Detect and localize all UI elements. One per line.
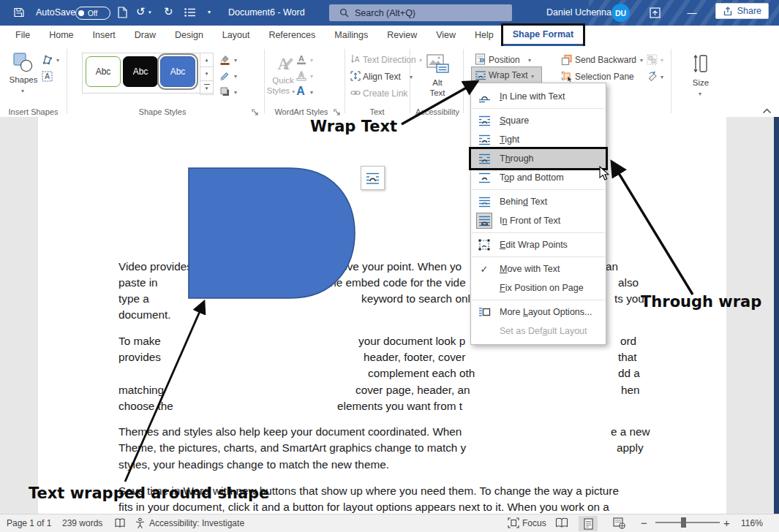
selection-pane-button[interactable]: Selection Pane bbox=[575, 72, 634, 82]
menu-item-in-front-of-text[interactable]: In Front of Text bbox=[471, 211, 606, 230]
zoom-level[interactable]: 116% bbox=[741, 518, 763, 528]
tab-home[interactable]: Home bbox=[39, 26, 83, 46]
zoom-slider-track[interactable] bbox=[655, 522, 720, 523]
menu-item-move-with-text[interactable]: ✓Move with Text bbox=[471, 259, 606, 278]
accessibility-status[interactable]: Accessibility: Investigate bbox=[149, 518, 244, 528]
focus-label[interactable]: Focus bbox=[522, 518, 546, 528]
menu-item-tight[interactable]: Tight bbox=[471, 130, 606, 149]
text-effects-dropdown-icon[interactable]: ▾ bbox=[310, 89, 313, 96]
tab-insert[interactable]: Insert bbox=[83, 26, 125, 46]
menu-item-through[interactable]: Through bbox=[471, 149, 606, 168]
menu-item-edit-wrap-points[interactable]: Edit Wrap Points bbox=[471, 235, 606, 254]
svg-text:A: A bbox=[298, 70, 304, 79]
collapse-ribbon-icon[interactable] bbox=[762, 108, 772, 114]
menu-item-more-layout-options[interactable]: More Layout Options... bbox=[471, 303, 606, 322]
zoom-out-icon[interactable]: − bbox=[641, 517, 647, 529]
undo-icon[interactable]: ↺ bbox=[136, 5, 146, 18]
search-input[interactable]: Search (Alt+Q) bbox=[329, 4, 512, 21]
menu-item-square[interactable]: Square bbox=[471, 111, 606, 130]
shape-styles-dialog-launcher-icon[interactable] bbox=[252, 109, 259, 116]
wordart-dialog-launcher-icon[interactable] bbox=[334, 109, 341, 116]
menu-item-top-and-bottom[interactable]: Top and Bottom bbox=[471, 168, 606, 187]
tab-references[interactable]: References bbox=[259, 26, 325, 46]
layout-options-button[interactable] bbox=[361, 166, 385, 190]
rotate-objects-icon[interactable] bbox=[647, 71, 658, 83]
gallery-more-icon[interactable]: ▾ bbox=[200, 81, 214, 95]
menu-item-label: Tight bbox=[500, 134, 519, 145]
bullet-list-icon[interactable] bbox=[184, 7, 196, 18]
zoom-slider-thumb[interactable] bbox=[681, 517, 686, 528]
read-mode-icon[interactable] bbox=[555, 517, 568, 528]
text-fill-icon[interactable]: A bbox=[296, 53, 307, 65]
shape-style-thumb-1[interactable]: Abc bbox=[86, 56, 121, 87]
document-area: Video provides a powerful way to help yo… bbox=[0, 117, 779, 514]
position-button[interactable]: Position bbox=[489, 55, 520, 65]
undo-dropdown-icon[interactable]: ▾ bbox=[148, 10, 151, 15]
blue-shape[interactable] bbox=[188, 167, 355, 299]
tab-help[interactable]: Help bbox=[465, 26, 503, 46]
align-text-dropdown-icon[interactable]: ▾ bbox=[410, 74, 413, 80]
text-fill-dropdown-icon[interactable]: ▾ bbox=[310, 57, 313, 64]
tab-review[interactable]: Review bbox=[377, 26, 426, 46]
qat-more-commands-icon[interactable]: ▾ bbox=[208, 9, 211, 15]
align-text-button[interactable]: Align Text bbox=[363, 72, 401, 82]
alt-text-button[interactable]: Alt Text bbox=[423, 52, 452, 106]
redo-icon[interactable]: ↻ bbox=[164, 5, 173, 18]
align-text-icon[interactable] bbox=[350, 71, 361, 81]
gallery-scroll-controls[interactable]: ▴ ▾ ▾ bbox=[200, 53, 214, 95]
shape-outline-icon[interactable] bbox=[219, 69, 231, 82]
shape-fill-icon[interactable] bbox=[219, 53, 231, 66]
zoom-in-icon[interactable]: + bbox=[723, 517, 730, 529]
size-button[interactable]: Size ▾ bbox=[686, 52, 715, 106]
text-box-icon[interactable]: A bbox=[41, 70, 53, 83]
autosave-toggle[interactable]: Off bbox=[75, 7, 110, 20]
position-icon[interactable] bbox=[475, 53, 486, 65]
menu-item-in-line-with-text[interactable]: In Line with Text bbox=[471, 87, 606, 106]
send-backward-button[interactable]: Send Backward bbox=[575, 55, 636, 65]
text-effects-icon[interactable]: A bbox=[294, 85, 307, 98]
save-icon[interactable] bbox=[13, 7, 25, 18]
edit-shape-dropdown-icon[interactable]: ▾ bbox=[56, 57, 59, 64]
proofing-icon[interactable] bbox=[114, 517, 126, 529]
quick-styles-button[interactable]: A Quick Styles ▾ bbox=[269, 52, 297, 104]
menu-item-set-as-default-layout[interactable]: Set as Default Layout bbox=[471, 322, 606, 341]
accessibility-icon[interactable] bbox=[135, 517, 146, 529]
shape-effects-icon[interactable] bbox=[219, 86, 231, 98]
gallery-scroll-up-icon[interactable]: ▴ bbox=[200, 53, 214, 67]
tab-draw[interactable]: Draw bbox=[125, 26, 165, 46]
avatar[interactable]: DU bbox=[611, 4, 630, 22]
tab-layout[interactable]: Layout bbox=[213, 26, 260, 46]
tab-file[interactable]: File bbox=[6, 26, 39, 46]
page-indicator[interactable]: Page 1 of 1 bbox=[7, 518, 51, 528]
ribbon-display-options-icon[interactable] bbox=[650, 7, 661, 18]
user-name[interactable]: Daniel Uchenna bbox=[546, 7, 611, 18]
send-backward-icon[interactable] bbox=[561, 54, 573, 66]
menu-item-fix-position-on-page[interactable]: Fix Position on Page bbox=[471, 278, 606, 297]
tab-mailings[interactable]: Mailings bbox=[325, 26, 377, 46]
new-document-icon[interactable] bbox=[117, 7, 127, 18]
tab-view[interactable]: View bbox=[426, 26, 465, 46]
minimize-button[interactable]: — bbox=[677, 0, 707, 26]
tab-shape-format[interactable]: Shape Format bbox=[503, 26, 583, 46]
menu-item-behind-text[interactable]: Behind Text bbox=[471, 192, 606, 211]
share-button[interactable]: Share bbox=[715, 3, 769, 19]
web-layout-icon[interactable] bbox=[613, 517, 625, 529]
shape-style-thumb-3-selected[interactable]: Abc bbox=[160, 56, 195, 87]
shape-outline-dropdown-icon[interactable]: ▾ bbox=[234, 73, 237, 80]
send-backward-dropdown-icon[interactable]: ▾ bbox=[640, 57, 643, 64]
text-outline-dropdown-icon[interactable]: ▾ bbox=[310, 73, 313, 80]
gallery-scroll-down-icon[interactable]: ▾ bbox=[200, 67, 214, 81]
print-layout-icon[interactable] bbox=[579, 516, 598, 531]
shape-effects-dropdown-icon[interactable]: ▾ bbox=[234, 89, 237, 96]
shapes-button[interactable]: Shapes ▾ bbox=[7, 51, 39, 105]
word-count[interactable]: 239 words bbox=[62, 518, 102, 528]
focus-icon[interactable] bbox=[508, 517, 519, 528]
selection-pane-icon[interactable] bbox=[561, 71, 573, 83]
edit-shape-icon[interactable] bbox=[41, 53, 53, 66]
text-outline-icon[interactable]: A bbox=[296, 69, 307, 81]
shape-fill-dropdown-icon[interactable]: ▾ bbox=[234, 57, 237, 64]
rotate-objects-dropdown-icon[interactable]: ▾ bbox=[661, 74, 663, 80]
shape-style-thumb-2[interactable]: Abc bbox=[123, 56, 158, 87]
position-dropdown-icon[interactable]: ▾ bbox=[528, 57, 531, 64]
tab-design[interactable]: Design bbox=[165, 26, 213, 46]
